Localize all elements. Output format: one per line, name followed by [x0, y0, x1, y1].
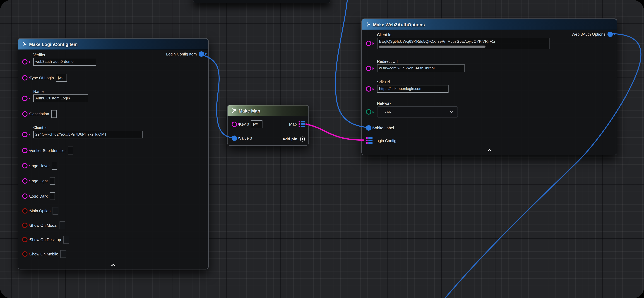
- pin-web3auth-options-output[interactable]: [607, 32, 613, 37]
- verifier-sub-identifier-input[interactable]: [68, 146, 73, 154]
- pin-row-type-of-login: Type Of Login jwt: [22, 73, 67, 82]
- pin-verifier-sub-identifier[interactable]: [22, 148, 28, 153]
- pin-row-login-config-item-output: Login Config Item: [166, 49, 204, 58]
- pin-key-0[interactable]: [232, 122, 237, 127]
- field-label: Network: [377, 101, 458, 106]
- field-label: Client Id: [33, 125, 142, 130]
- logo-light-input[interactable]: [50, 177, 55, 184]
- offscreen-node-fragment[interactable]: [193, 0, 330, 3]
- network-dropdown[interactable]: CYAN: [377, 106, 458, 118]
- logo-dark-input[interactable]: [50, 192, 55, 200]
- field-label: Client Id: [377, 32, 550, 37]
- pin-show-on-modal[interactable]: [22, 222, 28, 228]
- pin-type-of-login[interactable]: [22, 75, 28, 80]
- pin-row-map-output: Map: [289, 120, 305, 128]
- pin-redirect-url[interactable]: [366, 66, 371, 71]
- pin-map-output[interactable]: [299, 121, 305, 127]
- redirect-url-input[interactable]: w3a://com.w3a.Web3AuthUnreal: [377, 64, 465, 72]
- pin-network[interactable]: [366, 109, 371, 114]
- pin-row-description: Description: [22, 109, 56, 118]
- plus-circle-icon: [300, 136, 305, 142]
- pin-verifier[interactable]: [22, 59, 28, 64]
- field-label: Type Of Login: [30, 76, 54, 80]
- pin-logo-hover[interactable]: [22, 163, 28, 168]
- field-label: Sdk Url: [377, 80, 448, 84]
- pin-row-sdk-url: Sdk Url https://sdk.openlogin.com: [366, 80, 448, 94]
- node-title: Make Web3AuthOptions: [373, 22, 425, 27]
- output-pin-label: Login Config Item: [166, 52, 197, 56]
- field-label: Key 0: [239, 122, 249, 126]
- node-header-make-loginconfigitem[interactable]: Make LoginConfigItem: [18, 39, 208, 50]
- horizontal-scrollbar[interactable]: [379, 46, 486, 48]
- pin-white-label[interactable]: [366, 125, 371, 130]
- pin-name[interactable]: [22, 96, 28, 101]
- field-label: Show On Modal: [30, 223, 57, 228]
- network-selected-value: CYAN: [382, 110, 392, 114]
- field-label: Name: [33, 89, 88, 94]
- wire-map-to-login-config[interactable]: [306, 124, 364, 140]
- output-pin-label: Map: [289, 122, 297, 126]
- make-struct-icon: [365, 22, 370, 27]
- field-label: Show On Desktop: [30, 237, 61, 242]
- pin-description[interactable]: [22, 111, 28, 116]
- pin-row-main-option: Main Option: [22, 206, 58, 215]
- name-input[interactable]: Auth0 Custom Login: [33, 94, 88, 102]
- verifier-input[interactable]: web3auth-auth0-demo: [33, 58, 96, 66]
- make-struct-icon: [21, 42, 27, 47]
- field-label: White Label: [373, 126, 394, 130]
- graph-canvas[interactable]: Make LoginConfigItem Login Config Item V…: [0, 0, 644, 298]
- field-label: Description: [30, 112, 49, 116]
- field-label: Verifier Sub Identifier: [30, 148, 66, 152]
- sdk-url-input[interactable]: https://sdk.openlogin.com: [377, 85, 448, 93]
- pin-row-redirect-url: Redirect Url w3a://com.w3a.Web3AuthUnrea…: [366, 59, 465, 74]
- make-map-icon: [231, 108, 236, 113]
- chevron-up-icon: [487, 149, 492, 152]
- field-label: Logo Light: [30, 178, 48, 183]
- add-pin-button[interactable]: Add pin: [282, 134, 305, 144]
- show-on-modal-checkbox[interactable]: [60, 221, 65, 229]
- node-make-web3authoptions[interactable]: Make Web3AuthOptions Web 3Auth Options C…: [362, 18, 617, 156]
- collapse-node-button[interactable]: [110, 263, 116, 267]
- pin-sdk-url[interactable]: [366, 86, 371, 92]
- key-0-input[interactable]: jwt: [251, 120, 262, 128]
- client-id-input[interactable]: 294QRkchfq2YaXUbPri7D6PH7xzHgQMT: [33, 130, 142, 138]
- main-option-checkbox[interactable]: [53, 207, 58, 214]
- pin-show-on-desktop[interactable]: [22, 237, 28, 242]
- field-label: Logo Dark: [30, 194, 48, 198]
- logo-hover-input[interactable]: [52, 162, 57, 170]
- pin-value-0[interactable]: [232, 135, 237, 140]
- node-header-make-map[interactable]: Make Map: [228, 105, 308, 116]
- pin-login-config-item-output[interactable]: [199, 51, 204, 56]
- field-label: Value 0: [239, 136, 252, 140]
- pin-row-client-id: Client Id 294QRkchfq2YaXUbPri7D6PH7xzHgQ…: [22, 125, 142, 140]
- pin-row-show-on-mobile: Show On Mobile: [22, 249, 66, 258]
- collapse-node-button[interactable]: [486, 148, 493, 152]
- field-label: Main Option: [30, 208, 51, 213]
- pin-logo-light[interactable]: [22, 178, 28, 183]
- node-make-map[interactable]: Make Map Key 0 jwt Map Value 0 Add pin: [227, 105, 309, 146]
- pin-row-show-on-modal: Show On Modal: [22, 220, 65, 230]
- show-on-desktop-checkbox[interactable]: [63, 236, 69, 243]
- pin-row-key-0: Key 0 jwt: [232, 120, 262, 128]
- description-input[interactable]: [51, 110, 56, 118]
- pin-client-id[interactable]: [366, 41, 371, 46]
- pin-show-on-mobile[interactable]: [22, 251, 28, 256]
- pin-main-option[interactable]: [22, 208, 28, 213]
- field-label: Login Config: [374, 138, 396, 143]
- node-title: Make Map: [238, 108, 260, 113]
- pin-row-logo-hover: Logo Hover: [22, 161, 57, 170]
- output-pin-label: Web 3Auth Options: [572, 32, 606, 36]
- node-title: Make LoginConfigItem: [29, 42, 78, 46]
- node-make-loginconfigitem[interactable]: Make LoginConfigItem Login Config Item V…: [18, 38, 208, 270]
- client-id-input[interactable]: BEglQSgt4cUWcj6SKRdu5QkOXTsePmMcusG5EAoy…: [377, 38, 550, 49]
- add-pin-label: Add pin: [282, 136, 297, 141]
- field-label: Logo Hover: [30, 163, 50, 168]
- pin-logo-dark[interactable]: [22, 193, 28, 198]
- client-id-text: BEglQSgt4cUWcj6SKRdu5QkOXTsePmMcusG5EAoy…: [379, 40, 495, 44]
- type-of-login-input[interactable]: jwt: [56, 74, 67, 82]
- pin-login-config[interactable]: [366, 137, 372, 144]
- pin-row-show-on-desktop: Show On Desktop: [22, 235, 69, 244]
- show-on-mobile-checkbox[interactable]: [60, 250, 66, 258]
- node-header-make-web3authoptions[interactable]: Make Web3AuthOptions: [362, 19, 617, 30]
- pin-client-id[interactable]: [22, 132, 28, 137]
